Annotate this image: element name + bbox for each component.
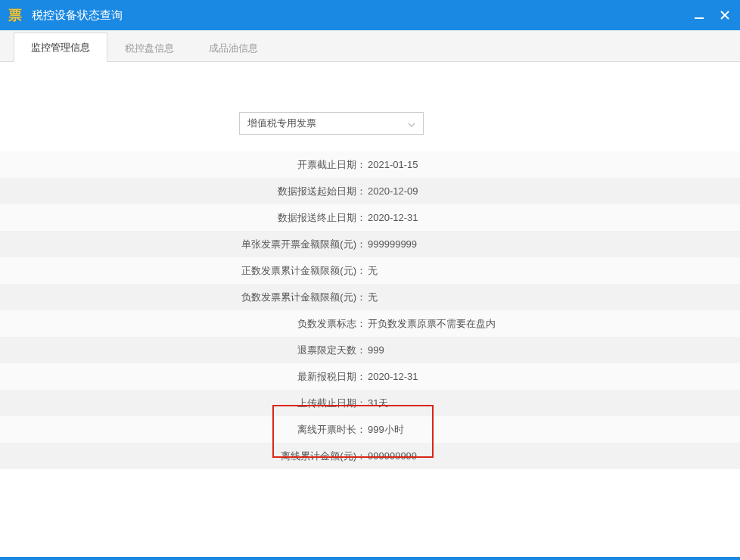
row-value: 无 <box>366 264 378 278</box>
row-negative-invoice-flag: 负数发票标志： 开负数发票原票不需要在盘内 <box>0 310 740 337</box>
row-value: 999小时 <box>366 423 404 437</box>
row-offline-duration: 离线开票时长： 999小时 <box>0 416 740 443</box>
row-label: 单张发票开票金额限额(元)： <box>0 238 366 251</box>
app-icon: 票 <box>6 6 24 24</box>
select-value: 增值税专用发票 <box>247 117 316 130</box>
row-label: 退票限定天数： <box>0 344 366 357</box>
row-label: 离线开票时长： <box>0 423 366 437</box>
row-label: 最新报税日期： <box>0 370 366 384</box>
row-value: 999999999 <box>366 238 417 250</box>
row-invoice-deadline: 开票截止日期： 2021-01-15 <box>0 151 740 178</box>
row-value: 2020-12-31 <box>366 212 418 223</box>
data-rows: 开票截止日期： 2021-01-15 数据报送起始日期： 2020-12-09 … <box>0 151 740 469</box>
invoice-type-select[interactable]: 增值税专用发票 <box>239 112 424 135</box>
row-single-invoice-limit: 单张发票开票金额限额(元)： 999999999 <box>0 231 740 257</box>
row-offline-amount: 离线累计金额(元)： 999999999 <box>0 443 740 469</box>
row-label: 离线累计金额(元)： <box>0 450 366 463</box>
window-title: 税控设备状态查询 <box>32 8 692 23</box>
row-data-submit-end: 数据报送终止日期： 2020-12-31 <box>0 204 740 231</box>
tab-tax-disk-info[interactable]: 税控盘信息 <box>107 33 191 62</box>
tab-label: 监控管理信息 <box>31 42 90 53</box>
row-value: 2021-01-15 <box>366 159 418 170</box>
tab-label: 成品油信息 <box>209 42 258 54</box>
tab-monitor-info[interactable]: 监控管理信息 <box>14 33 107 62</box>
tab-oil-info[interactable]: 成品油信息 <box>191 33 275 62</box>
row-label: 正数发票累计金额限额(元)： <box>0 264 366 278</box>
row-value: 31天 <box>366 397 388 410</box>
close-button[interactable] <box>717 8 732 23</box>
row-label: 数据报送终止日期： <box>0 211 366 225</box>
row-data-submit-start: 数据报送起始日期： 2020-12-09 <box>0 178 740 204</box>
content-area: 增值税专用发票 开票截止日期： 2021-01-15 数据报送起始日期： 202… <box>0 64 740 469</box>
row-negative-invoice-limit: 负数发票累计金额限额(元)： 无 <box>0 284 740 310</box>
minimize-button[interactable] <box>692 8 707 23</box>
row-value: 2020-12-31 <box>366 371 418 382</box>
row-label: 负数发票累计金额限额(元)： <box>0 291 366 304</box>
row-label: 上传截止日期： <box>0 397 366 410</box>
row-latest-tax-date: 最新报税日期： 2020-12-31 <box>0 363 740 390</box>
tab-bar: 监控管理信息 税控盘信息 成品油信息 <box>0 30 740 62</box>
footer-stripe <box>0 557 740 560</box>
row-upload-deadline: 上传截止日期： 31天 <box>0 390 740 416</box>
row-value: 2020-12-09 <box>366 185 418 197</box>
window-controls <box>692 8 732 23</box>
tab-label: 税控盘信息 <box>125 42 174 54</box>
title-bar: 票 税控设备状态查询 <box>0 0 740 30</box>
row-value: 999999999 <box>366 450 417 462</box>
row-value: 999 <box>366 344 384 356</box>
chevron-down-icon <box>408 118 415 129</box>
row-refund-days: 退票限定天数： 999 <box>0 337 740 363</box>
row-value: 无 <box>366 291 378 304</box>
select-wrap: 增值税专用发票 <box>0 112 740 135</box>
row-label: 开票截止日期： <box>0 158 366 172</box>
app-icon-glyph: 票 <box>8 8 22 22</box>
row-label: 负数发票标志： <box>0 317 366 331</box>
row-label: 数据报送起始日期： <box>0 185 366 198</box>
row-positive-invoice-limit: 正数发票累计金额限额(元)： 无 <box>0 257 740 284</box>
row-value: 开负数发票原票不需要在盘内 <box>366 317 496 331</box>
